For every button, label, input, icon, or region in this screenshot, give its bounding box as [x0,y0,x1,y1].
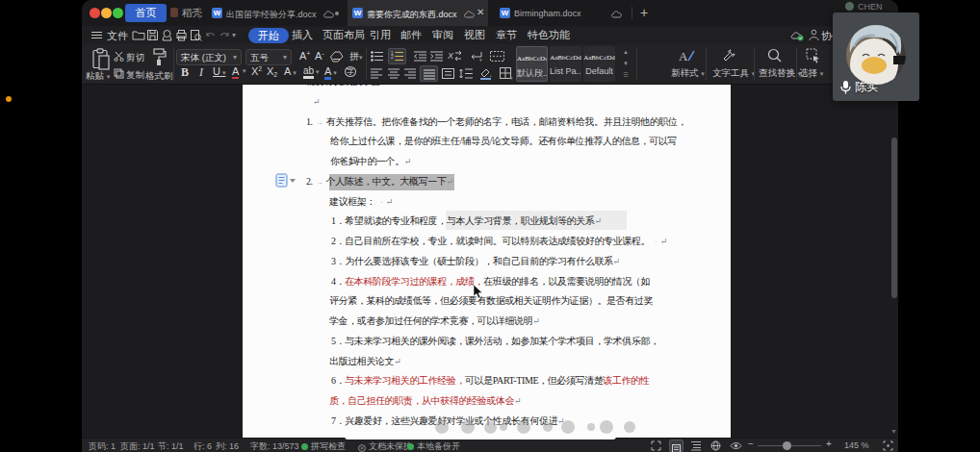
copy-button[interactable]: 复制 [126,69,144,82]
decrease-indent-icon[interactable] [414,51,427,62]
clear-format-icon[interactable] [330,51,344,63]
increase-indent-icon[interactable] [430,51,444,62]
document-tab[interactable]: W出国留学经验分享.docx [207,0,342,26]
strikethrough-button[interactable]: A [232,65,239,79]
web-view-icon[interactable] [710,440,721,451]
close-tab-icon[interactable]: ✕ [477,7,484,17]
vertical-scrollbar[interactable] [891,138,897,298]
tab-marks-icon[interactable] [490,51,504,62]
ribbon-tab-引用[interactable]: 引用 [370,28,391,42]
print-icon[interactable] [175,29,188,41]
zoom-slider-handle[interactable] [783,441,791,450]
fullscreen-icon[interactable] [651,440,661,451]
video-participant-tile[interactable]: 陈实 [833,13,919,101]
account-chip[interactable]: CHEN [845,2,883,12]
find-replace-button[interactable]: 查找替换 ▾ [759,67,801,80]
underline-button[interactable]: U ▾ [213,65,225,77]
collaborate-icon[interactable] [809,29,819,41]
style-card[interactable]: AaBbCcDdDefault [583,46,615,82]
status-item[interactable]: 列: 16 [216,440,239,452]
format-painter-icon[interactable] [151,48,167,67]
increase-font-icon[interactable]: A+ [299,50,310,62]
paragraph-layout-icon[interactable]: ▾ [470,51,484,62]
redo-icon[interactable] [219,29,231,41]
status-item[interactable]: 页码: 1 [89,440,116,452]
font-color-button[interactable]: A ▾ [324,65,337,77]
new-file-icon[interactable] [132,29,145,41]
align-center-icon[interactable] [388,68,400,79]
bullet-list-icon[interactable] [371,51,385,62]
document-tab[interactable]: WBirmingham.docx [495,0,630,26]
minimize-window-button[interactable] [101,8,112,18]
fit-page-icon[interactable] [883,440,893,451]
status-item[interactable]: 字数: 13/573 [250,440,299,452]
align-right-icon[interactable] [404,68,417,79]
new-tab-button[interactable]: + [640,5,648,20]
save-icon[interactable] [146,29,159,41]
zoom-window-button[interactable] [113,8,123,18]
paste-icon[interactable] [91,48,111,71]
highlight-color-button[interactable]: ab ▾ [303,65,320,76]
status-item[interactable]: ✕文档未保护 [358,440,412,452]
text-tool-icon[interactable] [721,48,736,63]
superscript-button[interactable]: X2 [251,65,262,77]
ribbon-tab-插入[interactable]: 插入 [292,28,313,42]
distribute-icon[interactable] [442,68,454,79]
style-card[interactable]: AaBbCcDdList Pa... [550,46,581,82]
text-tool-button[interactable]: 文字工具 ▾ [712,67,755,80]
font-size-combo[interactable]: 五号▾ [245,49,292,65]
style-card[interactable]: AaBbCcDd默认段... [516,46,548,82]
select-button[interactable]: 选择 ▾ [799,67,823,80]
copy-icon[interactable] [114,68,124,79]
status-item[interactable]: 页面: 1/1 [120,440,155,452]
undo-icon[interactable] [204,29,217,41]
format-painter-button[interactable]: 格式刷 [145,70,173,83]
paste-button[interactable]: 粘贴 ▾ [86,70,110,83]
strikethrough-dropdown[interactable]: ▾ [243,67,246,75]
docer-tab[interactable]: 稻壳 [170,4,202,22]
line-spacing-icon[interactable] [459,68,474,79]
text-effects-button[interactable]: A ▾ [284,65,297,77]
enclose-characters-button[interactable]: 字 [345,65,356,77]
file-menu[interactable]: 文件 [107,29,128,43]
hamburger-menu-icon[interactable] [90,29,103,41]
print-preview-icon[interactable] [190,29,202,41]
font-name-combo[interactable]: 宋体 (正文)▾ [176,49,242,65]
ribbon-tab-视图[interactable]: 视图 [464,28,485,42]
ribbon-tab-页面布局[interactable]: 页面布局 [322,28,365,42]
justify-button[interactable] [420,65,438,82]
new-style-icon[interactable]: A [679,48,696,63]
home-tab[interactable]: 首页 [125,4,167,22]
ribbon-tab-开始[interactable]: 开始 [248,28,289,43]
undo-dropdown-chevron[interactable]: ▾ [232,31,236,39]
select-icon[interactable] [806,48,821,63]
status-item[interactable]: 节: 1/1 [158,440,184,452]
decrease-font-icon[interactable]: A- [315,50,324,62]
align-left-icon[interactable] [371,68,383,79]
zoom-level[interactable]: 145 % [844,440,869,450]
page-view-button[interactable] [669,439,683,452]
shading-icon[interactable] [479,67,493,80]
pinyin-guide-icon[interactable]: 拼▾ [349,50,363,63]
cut-icon[interactable] [114,51,124,62]
status-item[interactable]: 行: 6 [193,440,212,452]
document-page[interactable]: 需要你完成的东西↵↵1.→有关推荐信。把你准备找的一个老师的名字，电话，邮箱资料… [243,85,731,438]
ribbon-tab-章节[interactable]: 章节 [496,28,517,42]
italic-button[interactable]: I [199,65,203,80]
close-window-button[interactable] [90,8,100,18]
find-replace-icon[interactable] [767,48,783,63]
ribbon-tab-特色功能[interactable]: 特色功能 [528,28,570,42]
eye-protect-icon[interactable] [730,440,742,451]
ribbon-tab-邮件[interactable]: 邮件 [400,28,422,42]
bold-button[interactable]: B [181,65,189,80]
style-gallery-scroll[interactable]: ▲▼☰ [621,46,631,82]
scroll-down-arrow[interactable]: ▼ [890,428,897,435]
numbered-list-button[interactable]: 12 [388,48,406,64]
zoom-out-button[interactable]: − [748,439,754,449]
status-item[interactable]: 拼写检查 [301,440,346,452]
subscript-button[interactable]: X2 [267,65,277,78]
zoom-in-button[interactable]: + [826,439,832,449]
ribbon-tab-审阅[interactable]: 审阅 [432,28,453,42]
outline-view-icon[interactable] [691,440,702,451]
cut-button[interactable]: 剪切 [126,52,144,64]
